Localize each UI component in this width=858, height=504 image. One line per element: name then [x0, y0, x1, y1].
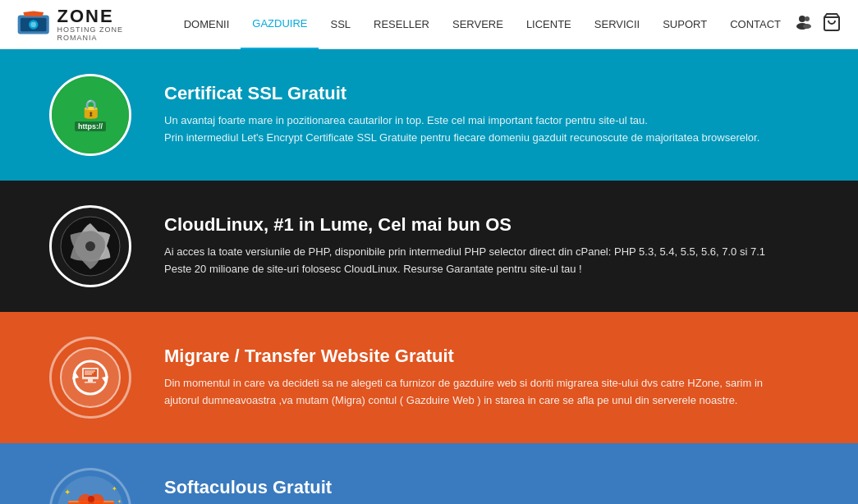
nav-servere[interactable]: SERVERE: [441, 0, 515, 49]
nav-contact[interactable]: CONTACT: [718, 0, 792, 49]
nav-icons: [792, 12, 842, 36]
cloudlinux-content: CloudLinux, #1 in Lume, Cel mai bun OS A…: [164, 214, 765, 278]
softaculous-title: Softaculous Gratuit: [164, 477, 731, 498]
cloudlinux-title: CloudLinux, #1 in Lume, Cel mai bun OS: [164, 214, 765, 236]
svg-text:✦: ✦: [117, 499, 122, 504]
ssl-content: Certificat SSL Gratuit Un avantaj foarte…: [164, 83, 759, 147]
migration-desc: Din momentul in care va decideti sa ne a…: [164, 375, 763, 410]
cloudlinux-section: CloudLinux, #1 in Lume, Cel mai bun OS A…: [0, 181, 858, 312]
migration-icon-circle: [49, 337, 131, 419]
logo[interactable]: ZONE HOSTING ZONE ROMANIA: [16, 7, 148, 43]
svg-point-9: [803, 24, 811, 29]
ssl-icon: 🔒 https://: [52, 76, 129, 153]
cart-icon[interactable]: [822, 12, 842, 36]
svg-marker-4: [23, 11, 44, 16]
svg-point-3: [30, 21, 36, 27]
logo-text: ZONE HOSTING ZONE ROMANIA: [57, 7, 147, 43]
svg-rect-22: [85, 382, 96, 383]
svg-point-32: [88, 496, 94, 502]
svg-point-8: [805, 16, 810, 21]
svg-point-7: [796, 16, 803, 22]
softaculous-icon: ✦ ✦ ✦: [52, 468, 129, 504]
softaculous-icon-circle: ✦ ✦ ✦: [49, 468, 131, 504]
logo-sub-label: HOSTING ZONE ROMANIA: [57, 26, 147, 43]
main-nav: DOMENII GAZDUIRE SSL RESELLER SERVERE LI…: [172, 0, 792, 49]
migration-icon: [57, 345, 123, 410]
nav-suport[interactable]: SUPORT: [651, 0, 718, 49]
nav-licente[interactable]: LICENTE: [515, 0, 583, 49]
svg-text:✦: ✦: [64, 488, 71, 497]
nav-ssl[interactable]: SSL: [319, 0, 362, 49]
softaculous-content: Softaculous Gratuit Oferim prin Softacul…: [164, 477, 731, 504]
nav-domenii[interactable]: DOMENII: [172, 0, 241, 49]
ssl-icon-circle: 🔒 https://: [49, 74, 131, 156]
migration-desc-line2: ajutorul dumneavoastra ,va mutam (Migra)…: [164, 394, 737, 406]
lock-icon: 🔒: [80, 99, 102, 120]
https-label: https://: [75, 121, 106, 131]
svg-point-12: [85, 241, 95, 251]
migration-title: Migrare / Transfer Website Gratuit: [164, 346, 763, 367]
cloudlinux-desc: Ai acces la toate versiunile de PHP, dis…: [164, 244, 765, 278]
svg-text:✦: ✦: [112, 485, 117, 493]
nav-gazduire[interactable]: GAZDUIRE: [241, 0, 319, 49]
cloudlinux-desc-line2: Peste 20 milioane de site-uri folosesc C…: [164, 263, 582, 275]
svg-rect-21: [88, 379, 93, 382]
nav-servicii[interactable]: SERVICII: [583, 0, 651, 49]
migration-section: Migrare / Transfer Website Gratuit Din m…: [0, 312, 858, 443]
ssl-title: Certificat SSL Gratuit: [164, 83, 759, 104]
logo-zone-label: ZONE: [57, 7, 147, 26]
ssl-desc-line1: Un avantaj foarte mare in pozitionarea c…: [164, 114, 648, 126]
migration-content: Migrare / Transfer Website Gratuit Din m…: [164, 346, 763, 410]
ssl-desc: Un avantaj foarte mare in pozitionarea c…: [164, 112, 759, 147]
header: ZONE HOSTING ZONE ROMANIA DOMENII GAZDUI…: [0, 0, 858, 49]
logo-icon: [16, 7, 50, 43]
migration-desc-line1: Din momentul in care va decideti sa ne a…: [164, 377, 763, 389]
user-icon[interactable]: [792, 12, 812, 36]
ssl-desc-line2: Prin intermediul Let's Encrypt Certifica…: [164, 131, 759, 144]
nav-reseller[interactable]: RESELLER: [362, 0, 441, 49]
swirl-icon: [57, 213, 123, 279]
cloudlinux-desc-line1: Ai acces la toate versiunile de PHP, dis…: [164, 245, 765, 258]
ssl-section: 🔒 https:// Certificat SSL Gratuit Un ava…: [0, 49, 858, 181]
softaculous-section: ✦ ✦ ✦ Softaculous Gratuit Oferim prin So…: [0, 443, 858, 504]
cloudlinux-icon-circle: [49, 205, 131, 287]
